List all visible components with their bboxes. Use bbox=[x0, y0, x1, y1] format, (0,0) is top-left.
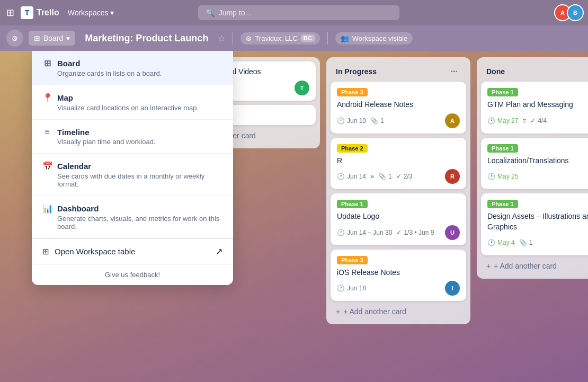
global-search[interactable]: 🔍 Jump to... bbox=[198, 5, 399, 20]
card-gtm-plan[interactable]: Phase 1 GTM Plan and Messaging 🕐 May 27 … bbox=[481, 82, 588, 134]
phase-badge: Phase 1 bbox=[487, 88, 518, 96]
column-in-progress: In Progress ··· Phase 3 Android Release … bbox=[326, 57, 470, 376]
view-selector[interactable]: ⊞ Board ▾ bbox=[29, 31, 75, 46]
top-navbar: ⊞ T Trello Workspaces ▾ 🔍 Jump to... A B bbox=[0, 0, 588, 25]
timeline-menu-icon: ≡ bbox=[42, 127, 52, 137]
phase-badge: Phase 3 bbox=[337, 256, 368, 264]
open-workspace-icon: ⊞ bbox=[42, 247, 49, 256]
done-wrapper: Done ··· Phase 1 GTM Plan and Messaging … bbox=[477, 57, 588, 279]
trello-name: Trello bbox=[37, 8, 59, 17]
add-icon: + bbox=[336, 307, 340, 316]
phase-badge: Phase 1 bbox=[337, 200, 368, 208]
attachment-icon: 📎 bbox=[370, 117, 378, 125]
back-button[interactable]: ⊗ bbox=[6, 30, 23, 47]
card-avatar: A bbox=[445, 113, 460, 128]
trello-logo[interactable]: T Trello bbox=[21, 6, 59, 19]
in-progress-menu[interactable]: ··· bbox=[448, 66, 461, 77]
trello-logo-icon: T bbox=[21, 6, 33, 19]
open-workspace-row[interactable]: ⊞ Open Workspace table ↗ bbox=[32, 238, 233, 264]
view-dropdown: ⊞ Board Organize cards in lists on a boa… bbox=[32, 51, 233, 285]
star-icon[interactable]: ☆ bbox=[218, 33, 225, 43]
workspace-icon: ⊗ bbox=[246, 34, 252, 42]
card-avatar: U bbox=[445, 225, 460, 240]
card-ios-release[interactable]: Phase 3 iOS Release Notes 🕐 Jun 18 I bbox=[331, 250, 466, 301]
phase-badge: Phase 1 bbox=[487, 200, 518, 208]
dropdown-item-calendar[interactable]: 📅 Calendar See cards with due dates in a… bbox=[32, 154, 233, 196]
dashboard-menu-icon: 📊 bbox=[42, 203, 52, 214]
card-avatar: T bbox=[295, 81, 309, 95]
done-cards: Phase 1 GTM Plan and Messaging 🕐 May 27 … bbox=[481, 82, 588, 255]
open-workspace-arrow: ↗ bbox=[216, 246, 222, 256]
card-r[interactable]: Phase 2 R 🕐 Jun 14 ≡ 📎 bbox=[331, 138, 466, 190]
card-avatar: I bbox=[445, 281, 460, 296]
board-content: ⊞ Board Organize cards in lists on a boa… bbox=[0, 51, 588, 382]
card-update-logo[interactable]: Phase 1 Update Logo 🕐 Jun 14 – Jun 30 ✓ … bbox=[331, 193, 466, 245]
in-progress-cards: Phase 3 Android Release Notes 🕐 Jun 10 📎… bbox=[331, 82, 466, 301]
divider-2 bbox=[327, 32, 328, 45]
dropdown-item-dashboard[interactable]: 📊 Dashboard Generate charts, visuals, an… bbox=[32, 196, 233, 238]
calendar-menu-icon: 📅 bbox=[42, 161, 52, 171]
board-title: Marketing: Product Launch bbox=[81, 33, 212, 44]
workspace-visible-chip[interactable]: 👥 Workspace visible bbox=[335, 32, 413, 45]
phase-badge: Phase 3 bbox=[337, 88, 368, 96]
card-localization[interactable]: Phase 1 Localization/Translations 🕐 May … bbox=[481, 138, 588, 190]
avatar-2[interactable]: B bbox=[567, 4, 584, 21]
workspaces-menu[interactable]: Workspaces ▾ bbox=[64, 6, 119, 19]
card-avatar: R bbox=[445, 169, 460, 184]
dropdown-item-map[interactable]: 📍 Map Visualize card locations on an int… bbox=[32, 85, 233, 120]
board-bar: ⊗ ⊞ Board ▾ Marketing: Product Launch ☆ … bbox=[0, 25, 588, 51]
add-card-done[interactable]: + + Add another card bbox=[481, 257, 588, 274]
done-title: Done bbox=[486, 67, 505, 76]
dropdown-item-timeline[interactable]: ≡ Timeline Visually plan time and worklo… bbox=[32, 120, 233, 154]
visible-icon: 👥 bbox=[341, 34, 349, 42]
map-menu-icon: 📍 bbox=[42, 93, 52, 103]
in-progress-wrapper: In Progress ··· Phase 3 Android Release … bbox=[326, 57, 470, 324]
add-icon: + bbox=[486, 262, 491, 270]
nav-right: A B bbox=[554, 4, 584, 21]
add-card-in-progress[interactable]: + + Add another card bbox=[331, 303, 466, 320]
workspace-chip[interactable]: ⊗ Travidux, LLC BC bbox=[240, 32, 319, 45]
feedback-row[interactable]: Give us feedback! bbox=[32, 264, 233, 285]
column-done: Done ··· Phase 1 GTM Plan and Messaging … bbox=[477, 57, 588, 376]
phase-badge: Phase 2 bbox=[337, 144, 368, 153]
clock-icon: 🕐 bbox=[337, 117, 345, 125]
board-menu-icon: ⊞ bbox=[42, 58, 52, 68]
in-progress-title: In Progress bbox=[336, 67, 377, 76]
dropdown-item-board[interactable]: ⊞ Board Organize cards in lists on a boa… bbox=[32, 51, 233, 85]
avatar-group: A B bbox=[554, 4, 584, 21]
search-icon: 🔍 bbox=[206, 8, 215, 17]
phase-badge: Phase 1 bbox=[487, 144, 518, 153]
card-design-assets[interactable]: Phase 1 Design Assets – Illustrations an… bbox=[481, 193, 588, 255]
view-icon: ⊞ bbox=[34, 34, 40, 42]
divider-1 bbox=[233, 32, 233, 45]
card-android-release[interactable]: Phase 3 Android Release Notes 🕐 Jun 10 📎… bbox=[331, 82, 466, 134]
apps-icon[interactable]: ⊞ bbox=[4, 5, 16, 21]
